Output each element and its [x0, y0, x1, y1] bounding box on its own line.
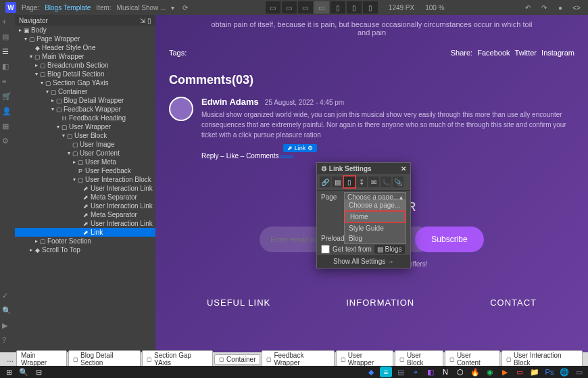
tree-row[interactable]: ⬈Meta Separator — [15, 193, 155, 202]
link-page-alt-icon[interactable]: ▤ — [332, 176, 343, 187]
photoshop-icon[interactable]: Ps — [543, 367, 556, 377]
tree-row[interactable]: ▸▢User Meta — [15, 158, 155, 166]
tree-row[interactable]: ▾▢User Content — [15, 149, 155, 158]
app-icon[interactable]: ◧ — [424, 367, 437, 377]
chrome-icon[interactable]: 🌐 — [558, 367, 570, 377]
navigator-tree[interactable]: ▸▣Body▾▢Page Wrapper◆Header Style One▾▢M… — [15, 26, 155, 352]
app-icon[interactable]: ▶ — [499, 367, 511, 377]
tree-row[interactable]: ▾▢Page Wrapper — [15, 34, 155, 43]
firefox-icon[interactable]: 🔥 — [469, 367, 481, 377]
tree-row[interactable]: ⬈User Interaction Link — [15, 202, 155, 210]
breadcrumb[interactable]: ▢Container — [214, 354, 260, 364]
page-option-styleguide[interactable]: Style Guide — [345, 223, 406, 233]
audit-icon[interactable]: ✓ — [2, 291, 13, 302]
code-icon[interactable]: <> — [570, 1, 583, 14]
app-icon[interactable]: ▭ — [514, 367, 526, 377]
tree-row[interactable]: ▾▢Main Wrapper — [15, 52, 155, 61]
chevron-down-icon[interactable]: ▾ — [171, 4, 174, 11]
page-option-blog[interactable]: Blog — [345, 233, 406, 243]
vscode-icon[interactable]: ⌖ — [410, 367, 422, 377]
link-file-icon[interactable]: 📎 — [393, 176, 403, 187]
app-icon[interactable]: ◉ — [484, 367, 496, 377]
refresh-icon[interactable]: ⟳ — [182, 4, 188, 11]
app-icon[interactable]: ▤ — [395, 367, 407, 377]
zoom-level[interactable]: 100 % — [425, 4, 444, 11]
undo-icon[interactable]: ↶ — [522, 1, 534, 14]
tree-row[interactable]: ▸▢Blog Detail Wrapper — [15, 96, 155, 105]
device-md-icon[interactable]: ▭ — [298, 1, 313, 14]
device-mobile-icon[interactable]: ▯ — [363, 1, 378, 14]
actions-text[interactable]: Reply – Like – Comments — [201, 152, 279, 160]
tree-row[interactable]: ▾▢Container — [15, 87, 155, 96]
tree-row[interactable]: ▸▢Footer Section — [15, 237, 155, 245]
share-facebook[interactable]: Facebook — [477, 49, 510, 57]
app-icon[interactable]: ▭ — [573, 367, 585, 377]
webflow-logo[interactable]: W — [5, 2, 16, 13]
notion-icon[interactable]: N — [439, 367, 451, 377]
assets-icon[interactable]: ▦ — [2, 122, 13, 133]
video-icon[interactable]: ▶ — [2, 321, 13, 332]
tree-row[interactable]: HFeedback Heading — [15, 114, 155, 122]
collapse-icon[interactable]: ⇲ — [140, 17, 145, 24]
link-email-icon[interactable]: ✉ — [368, 176, 379, 187]
device-tablet-icon[interactable]: ▯ — [330, 1, 345, 14]
help-icon[interactable]: ? — [2, 336, 13, 347]
link-url-icon[interactable]: 🔗 — [320, 176, 330, 187]
link-element-badge[interactable]: ⬈ Link ⚙ — [283, 144, 317, 152]
tree-row[interactable]: ▸▢Breadcrumb Section — [15, 61, 155, 70]
device-base-icon[interactable]: ▭ — [314, 1, 329, 14]
search-taskbar-icon[interactable]: 🔍 — [18, 367, 30, 377]
share-instagram[interactable]: Instagram — [541, 49, 574, 57]
tree-row[interactable]: ◆Header Style One — [15, 43, 155, 52]
breadcrumb-overflow[interactable]: … — [4, 356, 16, 363]
app-icon[interactable]: 📁 — [529, 367, 541, 377]
tree-row[interactable]: ▾▢User Block — [15, 131, 155, 140]
device-mobile-l-icon[interactable]: ▯ — [347, 1, 362, 14]
tree-row[interactable]: ▢User Image — [15, 140, 155, 149]
taskview-icon[interactable]: ⊟ — [32, 367, 45, 377]
pin-icon[interactable]: ▯ — [147, 17, 151, 24]
close-icon[interactable]: ✕ — [401, 165, 406, 172]
tree-row[interactable]: ▾▢Blog Detail Section — [15, 70, 155, 78]
tree-row[interactable]: ⬈User Interaction Link — [15, 184, 155, 193]
pages-icon[interactable]: ▤ — [2, 32, 13, 43]
canvas-width[interactable]: 1249 PX — [389, 4, 414, 11]
tree-row[interactable]: ▾▢User Interaction Block — [15, 175, 155, 184]
settings-icon[interactable]: ⚙ — [2, 137, 13, 147]
navigator-icon[interactable]: ☰ — [2, 47, 13, 58]
device-xl-icon[interactable]: ▭ — [266, 1, 280, 14]
selected-link-element[interactable] — [280, 156, 293, 158]
redo-icon[interactable]: ↷ — [538, 1, 550, 14]
tree-row[interactable]: ▾▢User Wrapper — [15, 122, 155, 131]
app-icon[interactable]: ≡ — [380, 367, 392, 377]
tree-row[interactable]: ▾▢Feedback Wrapper — [15, 105, 155, 114]
tree-row[interactable]: ⬈Link — [15, 228, 155, 237]
device-lg-icon[interactable]: ▭ — [282, 1, 297, 14]
page-option-home[interactable]: Home — [345, 210, 406, 223]
ecommerce-icon[interactable]: 🛒 — [2, 92, 13, 103]
tree-row[interactable]: ▸▣Body — [15, 26, 155, 34]
link-section-icon[interactable]: ↧ — [356, 176, 367, 187]
get-text-checkbox[interactable] — [321, 245, 330, 254]
subscribe-button[interactable]: Subscribe — [415, 227, 483, 252]
components-icon[interactable]: ◧ — [2, 62, 13, 73]
tree-row[interactable]: ▾▢Section Gap YAxis — [15, 78, 155, 87]
tree-row[interactable]: ⬈User Interaction Link — [15, 219, 155, 228]
page-option-choose[interactable]: Choose a page... — [345, 200, 406, 210]
link-page-icon[interactable]: ▯ — [344, 176, 355, 187]
share-twitter[interactable]: Twitter — [515, 49, 537, 57]
link-phone-icon[interactable]: 📞 — [381, 176, 391, 187]
users-icon[interactable]: 👤 — [2, 107, 13, 118]
app-icon[interactable]: ◆ — [365, 367, 377, 377]
comment-icon[interactable]: ● — [554, 1, 566, 14]
show-all-settings[interactable]: Show All Settings → — [317, 255, 410, 268]
start-icon[interactable]: ⊞ — [3, 367, 15, 377]
tree-row[interactable]: PUser Feedback — [15, 166, 155, 175]
search-icon[interactable]: 🔍 — [2, 306, 13, 317]
tree-row[interactable]: ▸◆Scroll To Top — [15, 245, 155, 254]
add-icon[interactable]: + — [2, 18, 13, 28]
page-name[interactable]: Blogs Template — [45, 4, 91, 11]
tree-row[interactable]: ⬈Meta Separator — [15, 210, 155, 219]
item-name[interactable]: Musical Show ... — [117, 4, 166, 11]
app-icon[interactable]: ⬡ — [454, 367, 466, 377]
